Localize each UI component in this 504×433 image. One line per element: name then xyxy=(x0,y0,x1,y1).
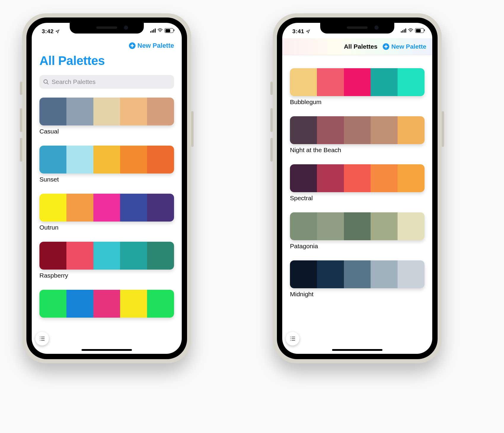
palette-swatches xyxy=(39,194,174,222)
swatch xyxy=(120,242,147,270)
status-time: 3:41 xyxy=(292,28,310,35)
search-placeholder: Search Palettes xyxy=(52,78,95,85)
swatch xyxy=(66,194,93,222)
palette-swatches xyxy=(39,98,174,125)
palette-item[interactable]: Sunset xyxy=(39,146,174,183)
list-view-button[interactable] xyxy=(286,332,299,346)
palette-item[interactable]: Raspberry xyxy=(39,242,174,279)
swatch xyxy=(66,146,93,173)
svg-point-10 xyxy=(290,338,291,339)
swatch xyxy=(344,164,371,192)
swatch xyxy=(147,242,174,270)
swatch xyxy=(147,146,174,173)
palette-swatches xyxy=(39,242,174,270)
phone-right: 3:41 All Palettes New Palette xyxy=(273,13,442,363)
palette-item[interactable]: Outrun xyxy=(39,194,174,231)
search-input[interactable]: Search Palettes xyxy=(39,75,174,89)
new-palette-label: New Palette xyxy=(138,42,174,50)
palette-name: Sunset xyxy=(39,176,174,183)
plus-circle-icon xyxy=(383,43,389,50)
palette-item[interactable]: Bubblegum xyxy=(290,68,425,106)
swatch xyxy=(317,116,344,144)
swatch xyxy=(39,194,66,222)
swatch xyxy=(93,290,120,318)
new-palette-button[interactable]: New Palette xyxy=(383,43,426,50)
swatch xyxy=(290,68,317,96)
palette-swatches xyxy=(290,164,425,192)
status-indicators xyxy=(150,28,173,33)
page-title: All Palettes xyxy=(344,43,377,50)
palette-list[interactable]: CasualSunsetOutrunRaspberry xyxy=(32,98,182,354)
palette-item[interactable]: Casual xyxy=(39,98,174,135)
swatch xyxy=(66,242,93,270)
palette-name: Bubblegum xyxy=(290,98,425,106)
palette-item[interactable]: Patagonia xyxy=(290,212,425,250)
swatch xyxy=(93,98,120,125)
list-view-button[interactable] xyxy=(35,332,49,346)
palette-name: Raspberry xyxy=(39,272,174,279)
notch xyxy=(70,23,144,34)
status-time-text: 3:42 xyxy=(42,28,54,35)
palette-item[interactable]: Midnight xyxy=(290,260,425,298)
swatch xyxy=(290,116,317,144)
svg-point-0 xyxy=(44,79,47,83)
signal-icon xyxy=(401,28,406,33)
palette-swatches xyxy=(290,212,425,240)
battery-icon xyxy=(415,28,424,33)
swatch xyxy=(398,68,425,96)
swatch xyxy=(93,146,120,173)
home-indicator[interactable] xyxy=(332,349,382,351)
swatch xyxy=(317,68,344,96)
swatch xyxy=(371,116,398,144)
swatch xyxy=(39,290,66,318)
swatch xyxy=(120,98,147,125)
swatch xyxy=(290,212,317,240)
swatch xyxy=(66,98,93,125)
swatch xyxy=(371,68,398,96)
swatch xyxy=(398,116,425,144)
battery-icon xyxy=(165,28,173,33)
palette-list[interactable]: BubblegumNight at the BeachSpectralPatag… xyxy=(282,55,432,350)
swatch xyxy=(147,98,174,125)
swatch xyxy=(290,164,317,192)
swatch xyxy=(344,212,371,240)
location-icon xyxy=(306,29,310,34)
swatch xyxy=(290,260,317,288)
svg-line-1 xyxy=(47,83,49,84)
location-icon xyxy=(55,29,60,34)
swatch xyxy=(317,260,344,288)
swatch xyxy=(39,98,66,125)
new-palette-label: New Palette xyxy=(391,43,426,50)
swatch xyxy=(93,242,120,270)
swatch xyxy=(344,116,371,144)
swatch xyxy=(371,164,398,192)
swatch xyxy=(120,194,147,222)
new-palette-button[interactable]: New Palette xyxy=(129,42,174,50)
swatch xyxy=(39,242,66,270)
status-time: 3:42 xyxy=(42,28,60,35)
list-icon xyxy=(289,336,296,342)
palette-item[interactable] xyxy=(39,290,174,318)
palette-item[interactable]: Night at the Beach xyxy=(290,116,425,154)
swatch xyxy=(317,212,344,240)
home-indicator[interactable] xyxy=(82,349,132,351)
svg-point-8 xyxy=(290,337,291,337)
palette-swatches xyxy=(290,260,425,288)
page-title: All Palettes xyxy=(39,54,174,68)
palette-swatches xyxy=(39,290,174,318)
status-time-text: 3:41 xyxy=(292,28,304,35)
nav-header-compact: All Palettes New Palette xyxy=(282,38,432,55)
wifi-icon xyxy=(408,28,413,33)
svg-point-2 xyxy=(40,337,40,337)
swatch xyxy=(147,194,174,222)
signal-icon xyxy=(150,28,156,33)
plus-circle-icon xyxy=(129,42,135,49)
palette-item[interactable]: Spectral xyxy=(290,164,425,202)
palette-swatches xyxy=(39,146,174,173)
palette-swatches xyxy=(290,116,425,144)
palette-name: Midnight xyxy=(290,291,425,298)
status-indicators xyxy=(401,28,424,33)
palette-name: Spectral xyxy=(290,195,425,202)
swatch xyxy=(93,194,120,222)
palette-name: Casual xyxy=(39,128,174,135)
